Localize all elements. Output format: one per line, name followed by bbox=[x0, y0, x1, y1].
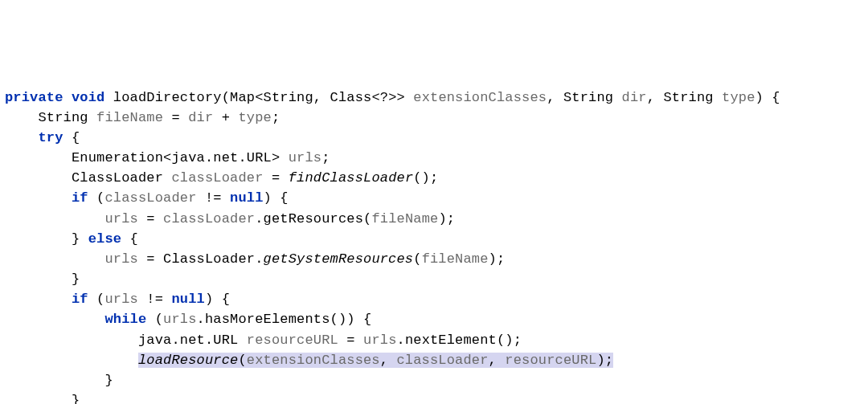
keyword-try: try bbox=[39, 130, 63, 145]
l13d: urls bbox=[363, 333, 397, 348]
l14f: , bbox=[489, 353, 506, 368]
l11a: ( bbox=[88, 292, 105, 307]
l9f: ); bbox=[489, 251, 506, 267]
l3b: { bbox=[63, 130, 80, 145]
l14h: ); bbox=[596, 353, 613, 368]
keyword-private: private bbox=[5, 90, 63, 105]
l5e: (); bbox=[413, 170, 438, 186]
l2c: = bbox=[163, 110, 188, 125]
l6c: != bbox=[197, 190, 231, 206]
method-name: loadDirectory bbox=[113, 90, 222, 105]
l5c: = bbox=[264, 170, 289, 186]
l5a: ClassLoader bbox=[72, 170, 171, 186]
l6b: classLoader bbox=[104, 190, 196, 206]
l2e: + bbox=[213, 110, 238, 125]
l14d: , bbox=[380, 353, 397, 368]
keyword-else: else bbox=[88, 231, 122, 247]
l7a: urls bbox=[104, 211, 138, 226]
l16a: } bbox=[72, 393, 80, 404]
l8a: } bbox=[72, 231, 88, 247]
line-4: Enumeration<java.net.URL> urls; bbox=[5, 150, 330, 165]
l7h: ); bbox=[438, 211, 455, 226]
keyword-void: void bbox=[72, 90, 105, 105]
l2f: type bbox=[238, 110, 272, 125]
l7g: fileName bbox=[371, 211, 438, 226]
l2b: fileName bbox=[96, 110, 163, 125]
l6a: ( bbox=[88, 190, 105, 206]
sig-close: ) { bbox=[755, 90, 780, 105]
keyword-while: while bbox=[104, 312, 146, 327]
l12a: ( bbox=[146, 312, 163, 327]
l12b: urls bbox=[163, 312, 197, 327]
l7c: classLoader bbox=[163, 211, 255, 226]
l10a: } bbox=[72, 271, 80, 287]
l2a: String bbox=[39, 110, 97, 125]
l14e: classLoader bbox=[397, 353, 489, 368]
l13a: java.net.URL bbox=[138, 333, 247, 348]
l11d: ) { bbox=[205, 292, 230, 307]
keyword-if: if bbox=[72, 292, 88, 307]
line-2: String fileName = dir + type; bbox=[5, 110, 280, 125]
l14b: ( bbox=[238, 353, 246, 368]
l14g: resourceURL bbox=[505, 353, 596, 368]
keyword-if: if bbox=[72, 190, 88, 206]
keyword-null: null bbox=[171, 292, 205, 307]
l6d: ) { bbox=[264, 190, 289, 206]
param-type-1: Map<String, Class<?>> bbox=[230, 90, 405, 105]
l4c: ; bbox=[321, 150, 330, 165]
l11b: urls bbox=[104, 292, 138, 307]
line-13: java.net.URL resourceURL = urls.nextElem… bbox=[5, 333, 522, 348]
line-1: private void loadDirectory(Map<String, C… bbox=[5, 90, 780, 105]
l9b: = ClassLoader. bbox=[138, 251, 264, 267]
l7d: . bbox=[255, 211, 263, 226]
l9a: urls bbox=[104, 251, 138, 267]
l7e: getResources bbox=[264, 211, 363, 226]
line-10: } bbox=[5, 271, 80, 287]
param-type-2: String bbox=[563, 90, 613, 105]
l4a: Enumeration<java.net.URL> bbox=[72, 150, 289, 165]
l13b: resourceURL bbox=[247, 333, 338, 348]
highlighted-line: loadResource(extensionClasses, classLoad… bbox=[138, 353, 613, 368]
line-11: if (urls != null) { bbox=[5, 292, 230, 307]
param-type-3: String bbox=[663, 90, 713, 105]
l7f: ( bbox=[363, 211, 371, 226]
line-3: try { bbox=[5, 130, 80, 145]
keyword-null: null bbox=[230, 190, 264, 206]
l15a: } bbox=[104, 373, 113, 388]
l11c: != bbox=[138, 292, 172, 307]
param-name-2: dir bbox=[622, 90, 647, 105]
l8b: { bbox=[121, 231, 138, 247]
l9c: getSystemResources bbox=[264, 251, 414, 267]
line-5: ClassLoader classLoader = findClassLoade… bbox=[5, 170, 438, 186]
line-7: urls = classLoader.getResources(fileName… bbox=[5, 211, 455, 226]
line-12: while (urls.hasMoreElements()) { bbox=[5, 312, 371, 327]
l14a: loadResource bbox=[138, 353, 238, 368]
l9d: ( bbox=[413, 251, 421, 267]
param-name-1: extensionClasses bbox=[413, 90, 547, 105]
line-9: urls = ClassLoader.getSystemResources(fi… bbox=[5, 251, 505, 267]
l5d: findClassLoader bbox=[289, 170, 414, 186]
line-15: } bbox=[5, 373, 113, 388]
l12c: .hasMoreElements()) { bbox=[197, 312, 372, 327]
line-14: loadResource(extensionClasses, classLoad… bbox=[5, 353, 613, 368]
l9e: fileName bbox=[422, 251, 489, 267]
l5b: classLoader bbox=[171, 170, 263, 186]
code-block: private void loadDirectory(Map<String, C… bbox=[5, 88, 863, 404]
l2d: dir bbox=[188, 110, 213, 125]
l13e: .nextElement(); bbox=[397, 333, 522, 348]
l13c: = bbox=[338, 333, 363, 348]
l14c: extensionClasses bbox=[247, 353, 380, 368]
line-8: } else { bbox=[5, 231, 138, 247]
l2g: ; bbox=[272, 110, 280, 125]
l4b: urls bbox=[289, 150, 322, 165]
param-name-3: type bbox=[722, 90, 755, 105]
line-16: } bbox=[5, 393, 80, 404]
line-6: if (classLoader != null) { bbox=[5, 190, 289, 206]
l7b: = bbox=[138, 211, 163, 226]
